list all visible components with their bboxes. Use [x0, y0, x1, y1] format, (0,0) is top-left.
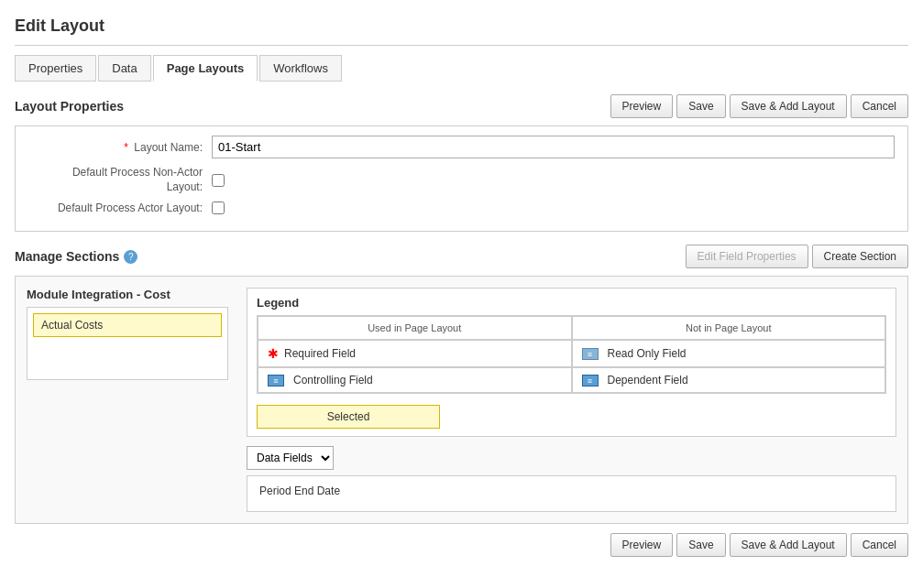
- manage-sections-btn-group: Edit Field Properties Create Section: [686, 245, 908, 268]
- dependent-icon: ≡: [582, 375, 599, 387]
- save-add-button-bottom[interactable]: Save & Add Layout: [730, 533, 847, 557]
- save-button-top[interactable]: Save: [676, 94, 725, 118]
- default-non-actor-row: Default Process Non-ActorLayout:: [28, 166, 895, 194]
- available-fields-list: Period End Date: [247, 475, 896, 512]
- legend-box: Legend Used in Page Layout Not in Page L…: [247, 288, 896, 437]
- legend-required-label: Required Field: [284, 347, 356, 360]
- create-section-button[interactable]: Create Section: [812, 245, 908, 268]
- page-title: Edit Layout: [15, 9, 908, 46]
- legend-used-header: Used in Page Layout: [258, 316, 572, 340]
- manage-inner: Module Integration - Cost Actual Costs L…: [27, 288, 896, 512]
- bottom-btn-group: Preview Save Save & Add Layout Cancel: [15, 533, 908, 557]
- required-star: *: [124, 141, 128, 154]
- tab-properties[interactable]: Properties: [15, 55, 96, 82]
- manage-sections-title: Manage Sections: [15, 249, 119, 264]
- legend-dependent-label: Dependent Field: [608, 374, 688, 387]
- default-actor-label: Default Process Actor Layout:: [28, 201, 212, 214]
- layout-properties-box: * Layout Name: Default Process Non-Actor…: [15, 125, 908, 232]
- layout-name-label: * Layout Name:: [28, 141, 212, 154]
- legend-title: Legend: [257, 296, 886, 310]
- field-item-actual-costs[interactable]: Actual Costs: [33, 313, 222, 337]
- legend-selected: Selected: [257, 405, 440, 429]
- field-item-period-end-date[interactable]: Period End Date: [251, 480, 892, 502]
- legend-controlling-field: ≡ Controlling Field: [258, 367, 572, 393]
- layout-name-row: * Layout Name:: [28, 136, 895, 158]
- star-icon: ✱: [268, 346, 279, 361]
- legend-controlling-label: Controlling Field: [293, 374, 373, 387]
- legend-readonly-field: ≡ Read Only Field: [572, 340, 886, 367]
- help-icon[interactable]: ?: [124, 250, 137, 264]
- edit-field-props-button[interactable]: Edit Field Properties: [686, 245, 808, 268]
- save-button-bottom[interactable]: Save: [676, 533, 725, 557]
- cancel-button-top[interactable]: Cancel: [851, 94, 908, 118]
- manage-sections-area: Module Integration - Cost Actual Costs L…: [15, 276, 908, 524]
- default-actor-checkbox[interactable]: [212, 201, 225, 214]
- cancel-button-bottom[interactable]: Cancel: [851, 533, 908, 557]
- tab-workflows[interactable]: Workflows: [259, 55, 342, 82]
- tab-data[interactable]: Data: [98, 55, 150, 82]
- layout-name-input[interactable]: [212, 136, 895, 158]
- preview-button-bottom[interactable]: Preview: [610, 533, 674, 557]
- default-non-actor-checkbox[interactable]: [212, 174, 225, 187]
- layout-properties-title: Layout Properties: [15, 99, 124, 114]
- preview-button-top[interactable]: Preview: [610, 94, 674, 118]
- readonly-icon: ≡: [582, 348, 599, 360]
- default-non-actor-label: Default Process Non-ActorLayout:: [28, 166, 212, 194]
- dropdown-row: Data Fields: [247, 446, 896, 470]
- layout-properties-header: Layout Properties Preview Save Save & Ad…: [15, 94, 908, 118]
- controlling-icon: ≡: [268, 375, 284, 387]
- module-title: Module Integration - Cost: [27, 288, 228, 301]
- save-add-button-top[interactable]: Save & Add Layout: [730, 94, 847, 118]
- default-actor-row: Default Process Actor Layout:: [28, 201, 895, 214]
- data-fields-dropdown[interactable]: Data Fields: [247, 446, 334, 470]
- legend-required-field: ✱ Required Field: [258, 340, 572, 367]
- legend-dependent-field: ≡ Dependent Field: [572, 367, 886, 393]
- field-list-box: Actual Costs: [27, 307, 228, 380]
- tabs-container: Properties Data Page Layouts Workflows: [15, 55, 908, 82]
- right-panel: Legend Used in Page Layout Not in Page L…: [247, 288, 896, 512]
- legend-readonly-label: Read Only Field: [608, 347, 687, 360]
- page-container: Edit Layout Properties Data Page Layouts…: [0, 0, 923, 566]
- left-panel: Module Integration - Cost Actual Costs: [27, 288, 228, 512]
- tab-page-layouts[interactable]: Page Layouts: [153, 55, 258, 82]
- manage-sections-header: Manage Sections ? Edit Field Properties …: [15, 245, 908, 268]
- top-btn-group: Preview Save Save & Add Layout Cancel: [610, 94, 908, 118]
- legend-grid: Used in Page Layout Not in Page Layout ✱…: [257, 315, 886, 394]
- legend-not-used-header: Not in Page Layout: [572, 316, 886, 340]
